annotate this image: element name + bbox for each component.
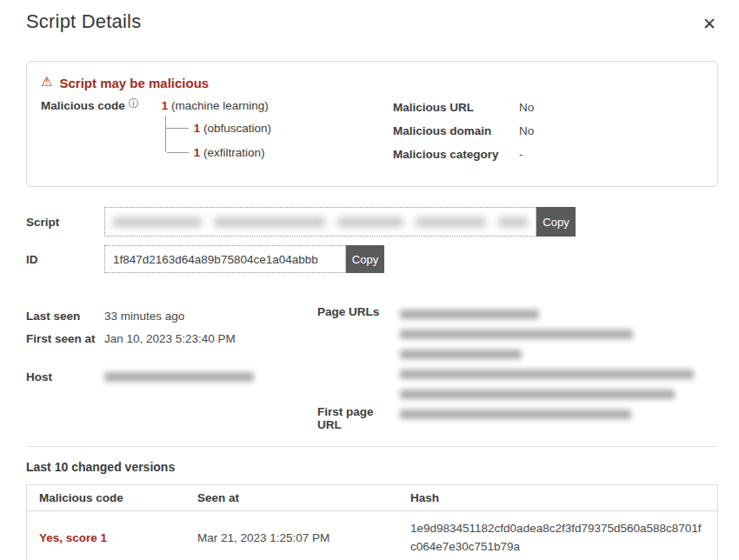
redacted-page-url bbox=[400, 390, 675, 399]
close-icon[interactable]: ✕ bbox=[701, 10, 718, 37]
script-url-value-redacted bbox=[104, 207, 536, 237]
column-header-seen-at: Seen at bbox=[185, 485, 398, 511]
tree-child-label: (obfuscation) bbox=[203, 122, 271, 135]
last-seen-label: Last seen bbox=[26, 310, 104, 323]
redacted-page-url bbox=[400, 310, 539, 319]
tree-child-item: 1 (exfiltration) bbox=[166, 140, 271, 164]
redacted-page-url bbox=[400, 350, 522, 359]
id-label: ID bbox=[26, 253, 104, 266]
column-header-malicious-code: Malicious code bbox=[27, 485, 186, 511]
redacted-script-url bbox=[113, 217, 528, 227]
malicious-url-row: Malicious URL No bbox=[393, 101, 703, 124]
redacted-first-page-url bbox=[400, 410, 631, 419]
redacted-host-value bbox=[104, 372, 254, 382]
column-header-hash: Hash bbox=[398, 485, 718, 511]
malicious-category-value: - bbox=[519, 148, 523, 161]
malicious-code-label: Malicious code bbox=[41, 99, 125, 112]
versions-table-header: Malicious code Seen at Hash bbox=[27, 485, 718, 511]
tree-child-label: (exfiltration) bbox=[203, 146, 265, 159]
seen-at-cell: Mar 21, 2023 1:25:07 PM bbox=[185, 511, 398, 560]
copy-script-button[interactable]: Copy bbox=[536, 207, 576, 237]
page-urls-label: Page URLs bbox=[317, 304, 400, 404]
section-divider bbox=[26, 446, 718, 447]
malicious-category-label: Malicious category bbox=[393, 148, 519, 161]
malicious-url-value: No bbox=[519, 101, 534, 114]
table-row: Yes, score 1 Mar 21, 2023 1:25:07 PM 1e9… bbox=[27, 511, 718, 560]
redacted-page-url bbox=[400, 330, 633, 339]
last-seen-row: Last seen 33 minutes ago bbox=[26, 304, 317, 327]
warning-title: Script may be malicious bbox=[59, 76, 209, 90]
tree-child-count: 1 bbox=[194, 146, 201, 159]
metadata-section: Last seen 33 minutes ago First seen at J… bbox=[26, 304, 718, 431]
first-seen-row: First seen at Jan 10, 2023 5:23:40 PM bbox=[26, 327, 317, 350]
first-seen-label: First seen at bbox=[26, 332, 104, 345]
host-label: Host bbox=[26, 370, 104, 383]
warning-triangle-icon: ⚠ bbox=[41, 74, 52, 90]
tree-root-label: (machine learning) bbox=[171, 99, 269, 112]
script-url-row: Script Copy bbox=[26, 207, 718, 237]
malicious-category-row: Malicious category - bbox=[393, 148, 703, 171]
tree-child-item: 1 (obfuscation) bbox=[166, 116, 271, 140]
script-id-row: ID 1f847d2163d64a89b75804ce1a04abbb Copy bbox=[26, 245, 718, 273]
tree-root-count: 1 bbox=[162, 99, 169, 112]
modal-header: Script Details ✕ bbox=[26, 0, 718, 37]
malicious-flags-section: Malicious URL No Malicious domain No Mal… bbox=[393, 99, 703, 171]
malicious-warning-panel: ⚠ Script may be malicious Malicious code… bbox=[26, 61, 718, 187]
versions-heading: Last 10 changed versions bbox=[26, 460, 718, 474]
first-page-url-label: First page URL bbox=[317, 404, 400, 431]
redacted-page-url bbox=[400, 370, 694, 379]
malicious-domain-value: No bbox=[519, 124, 534, 137]
hash-cell: 1e9d983451182cfd0adea8c2f3fd79375d560a58… bbox=[410, 520, 705, 557]
tree-root-item: 1 (machine learning) bbox=[162, 99, 271, 112]
warning-title-row: ⚠ Script may be malicious bbox=[41, 75, 703, 90]
host-row: Host bbox=[26, 365, 317, 388]
script-label: Script bbox=[26, 216, 104, 229]
tree-child-count: 1 bbox=[194, 122, 201, 135]
malicious-url-label: Malicious URL bbox=[393, 101, 519, 114]
malicious-domain-label: Malicious domain bbox=[393, 124, 519, 137]
malicious-code-cell: Yes, score 1 bbox=[39, 531, 107, 544]
last-seen-value: 33 minutes ago bbox=[104, 310, 184, 323]
malicious-domain-row: Malicious domain No bbox=[393, 124, 703, 148]
script-id-value: 1f847d2163d64a89b75804ce1a04abbb bbox=[104, 245, 346, 273]
copy-id-button[interactable]: Copy bbox=[346, 245, 384, 273]
page-title: Script Details bbox=[26, 10, 141, 33]
malicious-code-section: Malicious codeⓘ 1 (machine learning) 1 (… bbox=[41, 99, 393, 171]
malicious-code-tree: 1 (machine learning) 1 (obfuscation) 1 (… bbox=[162, 99, 271, 171]
first-seen-value: Jan 10, 2023 5:23:40 PM bbox=[104, 332, 236, 345]
script-details-modal: Script Details ✕ ⚠ Script may be malicio… bbox=[0, 0, 739, 560]
first-page-url-row: First page URL bbox=[317, 404, 718, 431]
versions-table: Malicious code Seen at Hash Yes, score 1… bbox=[26, 484, 718, 560]
page-urls-row: Page URLs bbox=[317, 304, 718, 404]
info-icon[interactable]: ⓘ bbox=[129, 97, 139, 110]
